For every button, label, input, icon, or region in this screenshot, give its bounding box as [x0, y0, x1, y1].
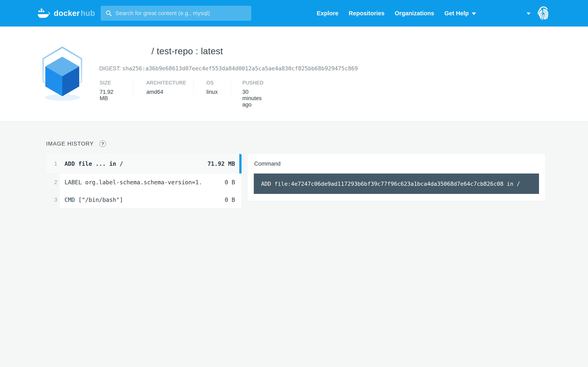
digest-label: DIGEST:	[99, 66, 121, 72]
command-code-block: ADD file:4e7247c06de9ad117293b6bf39c77f9…	[254, 174, 539, 194]
image-history-section: IMAGE HISTORY ? 1 ADD file ... in / 71.9…	[0, 121, 588, 367]
account-chevron-down-icon[interactable]	[527, 12, 531, 15]
meta-pushed: PUSHED 30 minutes ago	[242, 80, 264, 108]
search-input[interactable]	[112, 6, 251, 20]
top-navbar: dockerhub Explore Repositories Organizat…	[0, 0, 588, 26]
layer-row[interactable]: 3 CMD ["/bin/bash"] 0 B	[46, 191, 242, 209]
layer-size: 0 B	[225, 179, 235, 186]
brand-hub-text: hub	[81, 9, 95, 17]
command-detail-card: Command ADD file:4e7247c06de9ad117293b6b…	[248, 154, 545, 201]
brand-docker-text: docker	[54, 9, 80, 17]
docker-whale-icon	[38, 8, 51, 18]
section-title: IMAGE HISTORY	[46, 141, 94, 147]
layer-row-selected[interactable]: 1 ADD file ... in / 71.92 MB	[46, 154, 242, 174]
divider	[231, 80, 231, 94]
command-text: ADD file:4e7247c06de9ad117293b6bf39c77f9…	[261, 181, 520, 187]
selected-indicator-bar	[239, 154, 242, 174]
command-heading: Command	[254, 154, 281, 174]
help-icon[interactable]: ?	[99, 141, 106, 147]
digest-value: sha256:a36b9e68613d07eec4ef553da84d0012a…	[122, 65, 358, 72]
chevron-down-icon	[472, 12, 476, 15]
divider	[133, 80, 133, 94]
nav-link-organizations[interactable]: Organizations	[395, 10, 434, 17]
fingerprint-avatar-icon[interactable]	[537, 6, 550, 20]
layer-row[interactable]: 2 LABEL org.label-schema.schema-version=…	[46, 174, 242, 191]
meta-size: SIZE 71.92 MB	[100, 80, 113, 101]
section-header: IMAGE HISTORY ?	[46, 141, 106, 147]
layer-list: 1 ADD file ... in / 71.92 MB 2 LABEL org…	[46, 154, 242, 209]
layer-command: CMD ["/bin/bash"]	[65, 197, 201, 203]
dockerhub-logo[interactable]: dockerhub	[38, 0, 95, 26]
digest: DIGEST: sha256:a36b9e68613d07eec4ef553da…	[99, 65, 358, 72]
layer-number: 1	[52, 161, 59, 167]
search-icon	[105, 10, 112, 17]
nav-link-explore[interactable]: Explore	[317, 10, 338, 17]
repo-header: / test-repo : latest DIGEST: sha256:a36b…	[0, 26, 588, 121]
layer-command: LABEL org.label-schema.schema-version=1.…	[65, 179, 201, 186]
account-area	[527, 0, 550, 26]
repo-image-icon	[37, 45, 87, 103]
layer-number: 2	[52, 179, 59, 185]
nav-link-repositories[interactable]: Repositories	[348, 10, 384, 17]
meta-architecture: ARCHITECTURE amd64	[146, 80, 186, 95]
search-bar[interactable]	[101, 6, 251, 21]
nav-link-get-help[interactable]: Get Help	[444, 10, 476, 17]
layer-size: 0 B	[225, 197, 235, 203]
nav-links: Explore Repositories Organizations Get H…	[317, 0, 476, 26]
layer-size: 71.92 MB	[208, 160, 235, 167]
page-title: / test-repo : latest	[151, 46, 223, 56]
layer-number: 3	[52, 197, 59, 203]
meta-os: OS linux	[207, 80, 218, 95]
brand-wordmark: dockerhub	[54, 9, 95, 18]
layer-command: ADD file ... in /	[65, 160, 201, 167]
